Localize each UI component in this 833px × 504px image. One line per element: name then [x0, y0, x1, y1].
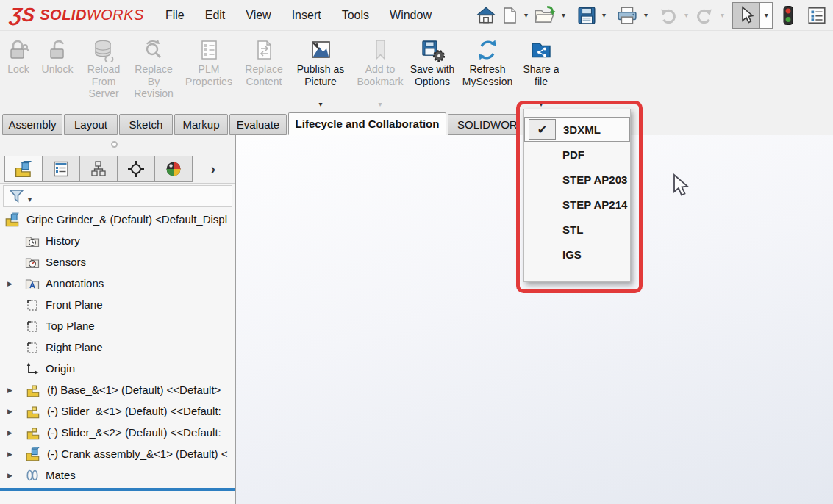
new-document-icon: [500, 5, 519, 26]
menu-item-igs[interactable]: IGS: [524, 242, 630, 267]
share-a-file-button[interactable]: Share a file ▾: [519, 37, 563, 109]
tab-propertymanager[interactable]: [42, 156, 80, 182]
tree-item-sensors[interactable]: Sensors: [0, 251, 235, 273]
tree-item-front-plane[interactable]: Front Plane: [0, 294, 235, 315]
ds-logo-glyph: ƷS: [9, 4, 35, 26]
tab-layout[interactable]: Layout: [64, 114, 118, 135]
reload-from-server-button[interactable]: Reload From Server: [79, 37, 128, 109]
replace-revision-label: Replace By Revision: [128, 63, 179, 100]
bookmark-icon: [368, 37, 392, 63]
expand-arrow-icon[interactable]: ▶: [7, 280, 12, 287]
replace-content-label: Replace Content: [238, 63, 290, 87]
tree-item-history[interactable]: History: [0, 230, 235, 251]
save-icon: [576, 5, 597, 26]
expand-arrow-icon[interactable]: ▶: [7, 408, 12, 415]
share-file-format-menu: ✔ 3DXML PDF STEP AP203 STEP AP214 STL IG…: [523, 109, 631, 282]
save-dropdown[interactable]: ▾: [598, 11, 609, 19]
menu-item-pdf[interactable]: PDF: [524, 142, 630, 167]
new-document-dropdown[interactable]: ▾: [521, 11, 532, 19]
share-file-icon: [529, 37, 553, 63]
tab-sketch[interactable]: Sketch: [119, 114, 173, 135]
menu-item-stl[interactable]: STL: [524, 217, 630, 242]
expand-arrow-icon[interactable]: ▶: [7, 429, 12, 436]
undo-button[interactable]: [656, 3, 681, 28]
publish-as-picture-button[interactable]: Publish as Picture ▾: [290, 37, 351, 109]
menu-tools[interactable]: Tools: [340, 7, 371, 24]
expand-arrow-icon[interactable]: ▶: [7, 472, 12, 479]
menu-item-step-ap203[interactable]: STEP AP203: [524, 167, 630, 192]
menu-view[interactable]: View: [243, 7, 273, 24]
lock-button[interactable]: Lock: [1, 37, 35, 109]
home-button[interactable]: [473, 3, 498, 28]
undo-dropdown[interactable]: ▾: [681, 11, 692, 19]
rollback-bar[interactable]: [0, 488, 235, 491]
tree-item-slider-1[interactable]: ▶ (-) Slider_&<1> (Default) <<Default:: [0, 400, 235, 422]
brand-works: WORKS: [87, 7, 144, 24]
redo-button[interactable]: [692, 3, 717, 28]
add-to-bookmark-button[interactable]: Add to Bookmark ▾: [351, 37, 409, 109]
menu-item-step-ap214[interactable]: STEP AP214: [524, 192, 630, 217]
part-icon: [25, 382, 41, 398]
select-tool-dropdown[interactable]: ▾: [759, 3, 772, 28]
expand-arrow-icon[interactable]: ▶: [7, 386, 12, 394]
publish-picture-dropdown[interactable]: ▾: [290, 100, 351, 109]
tree-item-crank-assembly[interactable]: ▶ (-) Crank assembly_&<1> (Default) <: [0, 443, 235, 464]
database-reload-icon: [92, 37, 115, 63]
redo-dropdown[interactable]: ▾: [717, 11, 728, 19]
panel-tabs-expand-button[interactable]: ›: [198, 156, 229, 182]
menu-insert[interactable]: Insert: [290, 7, 323, 24]
menu-window[interactable]: Window: [387, 7, 434, 24]
traffic-light-icon: [782, 4, 795, 26]
replace-content-button[interactable]: Replace Content: [238, 37, 290, 109]
tree-item-base[interactable]: ▶ (f) Base_&<1> (Default) <<Default>: [0, 379, 235, 400]
tree-item-right-plane[interactable]: Right Plane: [0, 336, 235, 358]
tree-item-origin[interactable]: Origin: [0, 358, 235, 379]
print-dropdown[interactable]: ▾: [640, 11, 651, 19]
replace-content-icon: [252, 37, 276, 63]
plm-properties-button[interactable]: PLM Properties: [179, 37, 238, 109]
expand-arrow-icon[interactable]: ▶: [7, 450, 12, 458]
tree-item-annotations[interactable]: ▶ Annotations: [0, 273, 235, 294]
open-dropdown[interactable]: ▾: [558, 11, 569, 19]
tab-displaymanager[interactable]: [154, 156, 193, 182]
replace-revision-icon: [142, 37, 165, 63]
tree-item-slider-2[interactable]: ▶ (-) Slider_&<2> (Default) <<Default:: [0, 422, 235, 443]
menu-file[interactable]: File: [163, 7, 187, 24]
tab-assembly[interactable]: Assembly: [2, 114, 62, 135]
share-file-label: Share a file: [519, 63, 563, 87]
unlock-label: Unlock: [42, 63, 74, 76]
tree-item-top-plane[interactable]: Top Plane: [0, 315, 235, 336]
menu-item-3dxml[interactable]: ✔ 3DXML: [524, 117, 630, 142]
tree-item-assembly-root[interactable]: Gripe Grinder_& (Default) <Default_Displ: [0, 209, 235, 230]
tab-dimxpertmanager[interactable]: [117, 156, 155, 182]
tree-item-mates[interactable]: ▶ Mates: [0, 464, 235, 486]
menu-edit[interactable]: Edit: [203, 7, 228, 24]
save-with-options-button[interactable]: Save with Options: [409, 37, 456, 109]
tab-lifecycle-and-collaboration[interactable]: Lifecycle and Collaboration: [288, 112, 446, 135]
tab-configurationmanager[interactable]: [79, 156, 118, 182]
mouse-cursor: [671, 173, 690, 197]
tab-solidworks[interactable]: SOLIDWORK: [448, 114, 519, 135]
tree-filter-bar[interactable]: ▾: [3, 185, 232, 207]
add-bookmark-dropdown[interactable]: ▾: [351, 100, 409, 109]
share-file-dropdown[interactable]: ▾: [519, 100, 563, 109]
interrupt-button[interactable]: [780, 3, 796, 28]
command-manager-button[interactable]: [805, 3, 829, 28]
replace-by-revision-button[interactable]: Replace By Revision: [128, 37, 179, 109]
unlock-button[interactable]: Unlock: [35, 37, 79, 109]
print-button[interactable]: [614, 3, 640, 28]
refresh-mysession-button[interactable]: Refresh MySession: [456, 37, 519, 109]
select-tool-button[interactable]: ▾: [732, 2, 773, 29]
tab-featuremanager-tree[interactable]: [4, 156, 43, 182]
filter-dropdown-icon[interactable]: ▾: [28, 195, 32, 204]
tab-evaluate[interactable]: Evaluate: [229, 114, 287, 135]
mates-paperclip-icon: [25, 468, 40, 483]
commandmanager-tab-bar: Assembly Layout Sketch Markup Evaluate L…: [0, 112, 833, 135]
tab-markup[interactable]: Markup: [174, 114, 228, 135]
panel-splitter[interactable]: [0, 135, 235, 154]
select-cursor-icon: [737, 6, 755, 25]
part-icon: [25, 403, 41, 420]
open-button[interactable]: [532, 3, 558, 28]
new-document-button[interactable]: [498, 3, 521, 28]
save-button[interactable]: [575, 3, 598, 28]
